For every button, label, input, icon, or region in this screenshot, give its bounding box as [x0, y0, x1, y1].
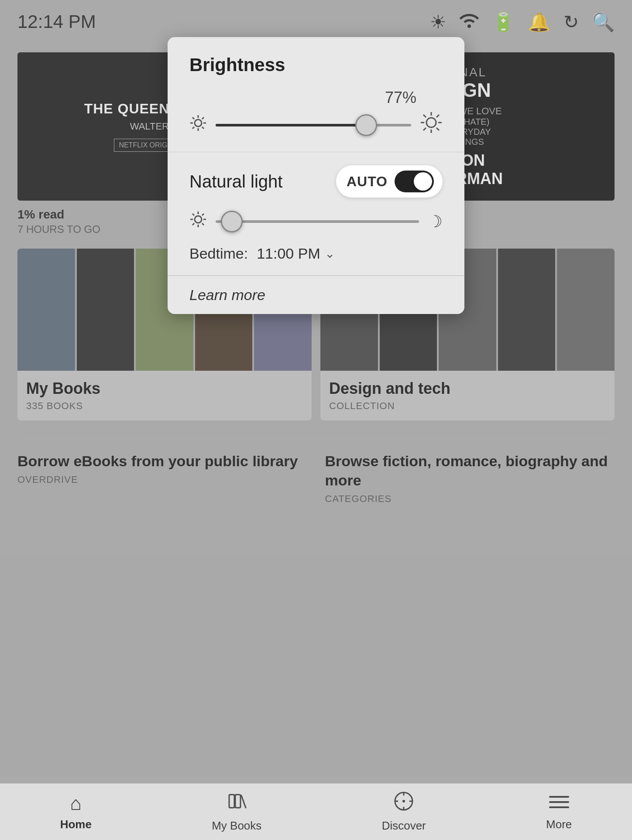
bedtime-row: Bedtime: 11:00 PM ⌄	[189, 245, 443, 262]
svg-line-17	[423, 128, 426, 130]
warmth-sun-icon	[189, 211, 207, 232]
toggle-knob	[414, 172, 432, 191]
natural-light-toggle[interactable]	[395, 171, 434, 192]
svg-line-6	[202, 127, 204, 129]
moon-icon: ☽	[428, 212, 443, 231]
svg-point-0	[195, 120, 202, 126]
brightness-slider-thumb[interactable]	[355, 114, 377, 136]
sun-large-icon	[420, 111, 443, 139]
svg-line-8	[192, 127, 194, 129]
brightness-slider-track[interactable]	[216, 124, 411, 126]
svg-line-5	[192, 117, 194, 119]
chevron-down-icon: ⌄	[325, 246, 335, 261]
svg-line-25	[202, 214, 204, 215]
warmth-slider-thumb[interactable]	[221, 211, 243, 232]
svg-line-16	[436, 115, 439, 117]
svg-line-24	[202, 223, 204, 225]
natural-light-label: Natural light	[189, 172, 282, 191]
bedtime-label: Bedtime:	[189, 245, 248, 262]
auto-label: AUTO	[347, 174, 388, 190]
svg-line-15	[436, 128, 439, 130]
brightness-value: 77%	[189, 89, 443, 107]
learn-more-link[interactable]: Learn more	[189, 287, 265, 303]
svg-point-9	[426, 118, 436, 127]
brightness-slider-fill	[216, 124, 366, 126]
natural-light-section: Natural light AUTO	[168, 152, 464, 276]
bedtime-time-selector[interactable]: 11:00 PM ⌄	[257, 245, 335, 262]
brightness-heading: Brightness	[189, 55, 443, 75]
warmth-slider-row: ☽	[189, 211, 443, 232]
learn-more-section: Learn more	[168, 276, 464, 314]
svg-line-26	[192, 223, 194, 225]
sun-small-icon	[189, 114, 207, 136]
svg-line-14	[423, 115, 426, 117]
brightness-panel: Brightness 77%	[168, 37, 464, 314]
auto-toggle-container[interactable]: AUTO	[336, 165, 443, 198]
svg-line-23	[192, 214, 194, 215]
bedtime-time-value: 11:00 PM	[257, 245, 320, 262]
brightness-slider-row	[189, 111, 443, 139]
svg-point-18	[195, 216, 202, 223]
panel-notch	[307, 37, 325, 38]
warmth-slider-track[interactable]	[216, 220, 419, 223]
brightness-section: Brightness 77%	[168, 37, 464, 152]
svg-line-7	[202, 117, 204, 119]
natural-light-row: Natural light AUTO	[189, 165, 443, 198]
